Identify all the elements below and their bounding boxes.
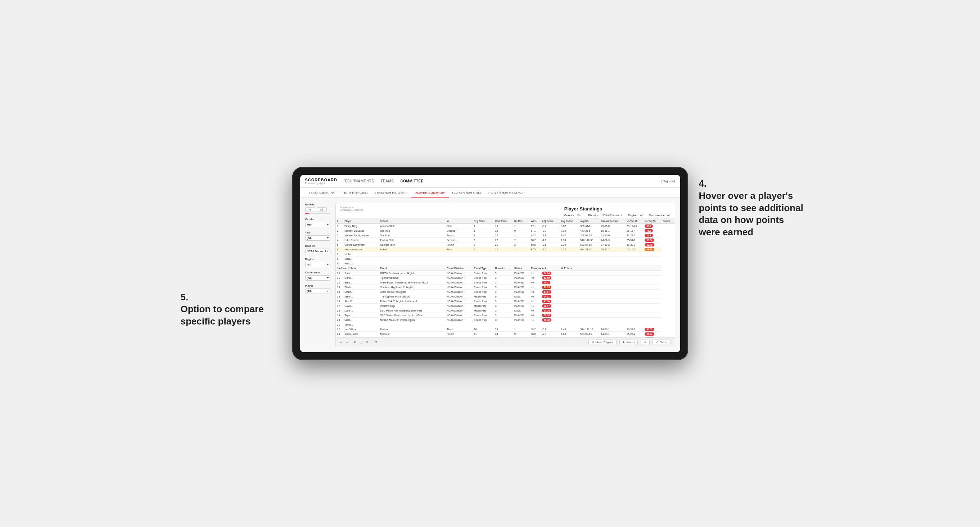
table-row: 2 Michael La Sasso Ole Miss Second 1 18 … (336, 229, 675, 233)
filter-conference-select[interactable]: (All) ▾ (305, 275, 330, 281)
filter-player-label: Player (305, 284, 330, 287)
filter-year-select[interactable]: (All) ▾ (305, 235, 330, 241)
subnav-team-summary[interactable]: TEAM SUMMARY (305, 189, 339, 197)
filter-display-division: Division: NCAA Division I (588, 214, 622, 217)
subnav-team-h2h-heatmap[interactable]: TEAM H2H HEATMAP (371, 189, 411, 197)
watch-button[interactable]: ⏵ Watch (619, 340, 638, 345)
table-row: 8 Mats... (336, 257, 675, 261)
points-badge: 66.40 (542, 318, 551, 322)
nav-teams[interactable]: TEAMS (381, 179, 394, 183)
filter-group-year: Year (All) ▾ (305, 231, 330, 241)
col-vs-top-50: Vs Top 50 (643, 219, 661, 224)
filter-region-select[interactable]: N/A ▾ (305, 262, 330, 267)
points-badge-hovered[interactable]: 58.18 (644, 248, 654, 251)
subnav-player-h2h-grid[interactable]: PLAYER H2H GRID (449, 189, 485, 197)
sign-out-link[interactable]: | Sign out (662, 179, 675, 183)
table-row: 1 Wenyi Ding Arizona State First 1 15 1 … (336, 224, 675, 229)
tooltip-row: 12 Bren... Wake Forest Invitational at P… (336, 280, 675, 285)
top-nav: SCOREBOARD Powered by clippi TOURNAMENTS… (300, 175, 680, 188)
share-button[interactable]: ↗ Share (652, 340, 670, 345)
points-badge[interactable]: 40.58 (644, 328, 654, 331)
chevron-down-icon: ▾ (327, 237, 329, 240)
left-annotation: 5. Option to compare specific players (181, 291, 282, 328)
table-row: 3 Michael Thorbjornsen Stanford Fourth 1… (336, 233, 675, 238)
logo-area: SCOREBOARD Powered by clippi (305, 178, 337, 184)
subnav-team-h2h-grid[interactable]: TEAM H2H GRID (339, 189, 371, 197)
filter-display-gender: Gender: Men (564, 214, 582, 217)
nav-tournaments[interactable]: TOURNAMENTS (344, 179, 374, 183)
nav-committee[interactable]: COMMITTEE (400, 179, 423, 183)
tooltip-row: 10 Jacob... UNCW Seahawk Intercollegiate… (336, 271, 675, 276)
tooltip-row: 20 Matti... Mirabel Maui Jim Intercolleg… (336, 317, 675, 322)
standings-header: Update time:27/01/2024 16:56:26 Player S… (336, 203, 675, 219)
chevron-down-icon: ▾ (327, 290, 329, 293)
eye-icon: 👁 (592, 341, 595, 344)
col-points: Points (662, 219, 675, 224)
col-reg-rank: Reg Rank (473, 219, 494, 224)
tooltip-row: 21 Taehu... (336, 322, 675, 327)
toolbar-separator (351, 340, 351, 345)
points-badge[interactable]: 70.2 (644, 234, 653, 237)
filter-norounds-max[interactable]: 52 (317, 207, 327, 212)
chevron-down-icon: ▾ (327, 276, 329, 279)
copy-button[interactable]: ⧉ (354, 341, 356, 344)
col-yr: Yr (445, 219, 472, 224)
filter-gender-select[interactable]: Men ▾ (305, 222, 330, 227)
tooltip-header-row: Jackson Kohon Event Event Division Event… (336, 266, 675, 271)
settings-button[interactable]: ⊕ (366, 341, 368, 344)
table-row-highlighted: 6 Jackson Kohon Auburn First 2 27 1 87.5… (336, 247, 675, 252)
points-badge[interactable]: 68.54 (644, 238, 654, 242)
points-badge[interactable]: 40.02 (644, 337, 654, 338)
filter-division-select[interactable]: NCAA Division I ▾ (305, 249, 330, 254)
tooltip-row: 14 Stane... Amer An Intercollegiate NCAA… (336, 290, 675, 294)
undo-button[interactable]: ↩ (340, 341, 343, 344)
standings-filters-row: Gender: Men Division: NCAA Division I Re… (564, 214, 670, 217)
tooltip-row: 15 Jake I... The Cypress Point Classic N… (336, 294, 675, 299)
points-badge: 56.18 (542, 314, 551, 317)
standings-title: Player Standings (564, 206, 670, 211)
redo-button[interactable]: ↪ (345, 341, 348, 344)
col-no-rds: No Rds. (513, 219, 530, 224)
filter-norounds-min[interactable]: 4 (305, 207, 315, 212)
table-row: 4 Luke Clanton Florida State Second 5 27… (336, 238, 675, 243)
table-row: 23 Jack Lundin Missouri Fourth 11 24 0 8… (336, 332, 675, 337)
logo-sub: Powered by clippi (305, 182, 337, 184)
view-button[interactable]: 👁 View: Original (589, 340, 617, 345)
points-badge[interactable]: 60.49 (644, 243, 654, 246)
filter-display-region: Region: All (628, 214, 643, 217)
col-rank: # (336, 219, 343, 224)
nav-right: | Sign out (662, 179, 675, 183)
chevron-down-icon: ▾ (327, 263, 329, 266)
filter-group-player: Player (All) ▾ (305, 284, 330, 294)
clock-button[interactable]: ⏱ (374, 341, 377, 344)
standings-table: # Player School Yr Reg Rank Conf Rank No… (336, 219, 675, 337)
table-row: 7 Nicho... (336, 252, 675, 257)
col-overall-record: Overall Record (600, 219, 625, 224)
points-badge[interactable]: 76.2 (644, 229, 653, 232)
col-wins: Wins (530, 219, 541, 224)
toolbar-separator-2 (371, 340, 371, 345)
download-button[interactable]: ⬇ (641, 340, 650, 345)
subnav-player-summary[interactable]: PLAYER SUMMARY (411, 189, 449, 197)
filter-norounds-slider[interactable] (305, 213, 330, 214)
col-conf-rank: Conf Rank (494, 219, 513, 224)
tooltip-row: 19 Tiger... SEC Stroke Play hosted by Je… (336, 313, 675, 317)
filter-division-label: Division (305, 244, 330, 248)
tooltip-row: 13 Phich... Southern Highlands Collegiat… (336, 285, 675, 290)
col-school: School (379, 219, 445, 224)
filter-player-select[interactable]: (All) ▾ (305, 289, 330, 294)
tooltip-row: 17 David... Williams Cup NCAA Division I… (336, 303, 675, 308)
col-adj-score: Adj. Score (541, 219, 560, 224)
paste-button[interactable]: 📋 (359, 341, 363, 344)
sidebar-filters: No Rds. 4 52 Gender Men ▾ (305, 203, 330, 347)
col-player: Player (343, 219, 379, 224)
points-badge[interactable]: 60.27 (644, 332, 654, 336)
filter-region-label: Region (305, 257, 330, 261)
points-badge[interactable]: 88.2 (644, 224, 653, 228)
logo-text: SCOREBOARD (305, 178, 337, 182)
chevron-down-icon: ▾ (327, 250, 329, 253)
subnav-player-h2h-heatmap[interactable]: PLAYER H2H HEATMAP (485, 189, 528, 197)
col-avg-to-par: Avg to-Par (560, 219, 579, 224)
filter-group-region: Region N/A ▾ (305, 257, 330, 267)
tooltip-row: 16 Alex C... Fallen Oak Collegiate Invit… (336, 299, 675, 303)
